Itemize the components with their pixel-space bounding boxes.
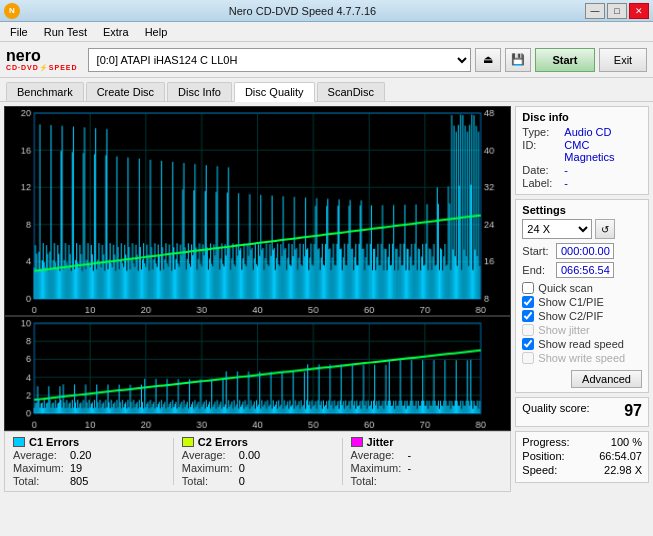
advanced-button[interactable]: Advanced [571, 370, 642, 388]
progress-value: 100 % [611, 436, 642, 448]
speed-select[interactable]: 24 X [522, 219, 592, 239]
c1-legend: C1 Errors Average: 0.20 Maximum: 19 Tota… [13, 436, 165, 487]
menu-item-run test[interactable]: Run Test [38, 24, 93, 40]
c1-legend-title: C1 Errors [13, 436, 165, 448]
nero-logo-subtitle: CD·DVD⚡SPEED [6, 64, 78, 71]
show-write-speed-label: Show write speed [538, 352, 625, 364]
disc-id-row: ID: CMC Magnetics [522, 139, 642, 163]
main-content: C1 Errors Average: 0.20 Maximum: 19 Tota… [0, 102, 653, 532]
show-c2-checkbox-row: Show C2/PIF [522, 310, 642, 322]
drive-select[interactable]: [0:0] ATAPI iHAS124 C LL0H [88, 48, 471, 72]
c2-total-row: Total: 0 [182, 475, 334, 487]
show-read-speed-checkbox-row: Show read speed [522, 338, 642, 350]
show-read-speed-label: Show read speed [538, 338, 624, 350]
menu-item-help[interactable]: Help [139, 24, 174, 40]
show-c1-label: Show C1/PIE [538, 296, 603, 308]
speed-row-progress: Speed: 22.98 X [522, 464, 642, 476]
show-jitter-label: Show jitter [538, 324, 589, 336]
start-time-row: Start: 000:00.00 [522, 243, 642, 259]
maximize-button[interactable]: □ [607, 3, 627, 19]
disc-label-row: Label: - [522, 177, 642, 189]
position-label: Position: [522, 450, 564, 462]
disc-date-row: Date: - [522, 164, 642, 176]
menu-bar: FileRun TestExtraHelp [0, 22, 653, 42]
window-title: Nero CD-DVD Speed 4.7.7.16 [20, 5, 585, 17]
progress-row: Progress: 100 % [522, 436, 642, 448]
jitter-max-row: Maximum: - [351, 462, 503, 474]
drive-icon-button[interactable]: ⏏ [475, 48, 501, 72]
legend-sep-2 [342, 438, 343, 485]
disc-info-section: Disc info Type: Audio CD ID: CMC Magneti… [515, 106, 649, 195]
settings-section: Settings 24 X ↺ Start: 000:00.00 End: 06… [515, 199, 649, 393]
nero-logo: nero CD·DVD⚡SPEED [6, 48, 78, 71]
charts-area: C1 Errors Average: 0.20 Maximum: 19 Tota… [4, 106, 511, 528]
show-c2-label: Show C2/PIF [538, 310, 603, 322]
show-write-speed-checkbox-row: Show write speed [522, 352, 642, 364]
end-time-row: End: 066:56.54 [522, 262, 642, 278]
exit-button[interactable]: Exit [599, 48, 647, 72]
save-button[interactable]: 💾 [505, 48, 531, 72]
disc-type-row: Type: Audio CD [522, 126, 642, 138]
c1-total-row: Total: 805 [13, 475, 165, 487]
c2-color-box [182, 437, 194, 447]
tab-benchmark[interactable]: Benchmark [6, 82, 84, 101]
menu-item-extra[interactable]: Extra [97, 24, 135, 40]
show-c2-checkbox[interactable] [522, 310, 534, 322]
legend: C1 Errors Average: 0.20 Maximum: 19 Tota… [4, 431, 511, 492]
close-button[interactable]: ✕ [629, 3, 649, 19]
progress-label: Progress: [522, 436, 569, 448]
legend-sep-1 [173, 438, 174, 485]
tab-disc-quality[interactable]: Disc Quality [234, 82, 315, 102]
show-jitter-checkbox-row: Show jitter [522, 324, 642, 336]
quick-scan-label: Quick scan [538, 282, 592, 294]
show-c1-checkbox-row: Show C1/PIE [522, 296, 642, 308]
c1-max-row: Maximum: 19 [13, 462, 165, 474]
title-bar: N Nero CD-DVD Speed 4.7.7.16 — □ ✕ [0, 0, 653, 22]
show-write-speed-checkbox[interactable] [522, 352, 534, 364]
refresh-button[interactable]: ↺ [595, 219, 615, 239]
quality-label: Quality score: [522, 402, 589, 420]
position-row: Position: 66:54.07 [522, 450, 642, 462]
end-time-value: 066:56.54 [556, 262, 614, 278]
progress-section: Progress: 100 % Position: 66:54.07 Speed… [515, 431, 649, 483]
c1-average-row: Average: 0.20 [13, 449, 165, 461]
upper-chart [4, 106, 511, 316]
start-time-value: 000:00.00 [556, 243, 614, 259]
c2-legend: C2 Errors Average: 0.00 Maximum: 0 Total… [182, 436, 334, 487]
start-button[interactable]: Start [535, 48, 595, 72]
quality-score: 97 [624, 402, 642, 420]
jitter-legend: Jitter Average: - Maximum: - Total: [351, 436, 503, 487]
c1-color-box [13, 437, 25, 447]
show-read-speed-checkbox[interactable] [522, 338, 534, 350]
jitter-color-box [351, 437, 363, 447]
speed-label: Speed: [522, 464, 557, 476]
quick-scan-checkbox[interactable] [522, 282, 534, 294]
nero-logo-text: nero [6, 48, 78, 64]
c2-legend-title: C2 Errors [182, 436, 334, 448]
jitter-legend-title: Jitter [351, 436, 503, 448]
c2-average-row: Average: 0.00 [182, 449, 334, 461]
show-c1-checkbox[interactable] [522, 296, 534, 308]
quick-scan-checkbox-row: Quick scan [522, 282, 642, 294]
toolbar: nero CD·DVD⚡SPEED [0:0] ATAPI iHAS124 C … [0, 42, 653, 78]
settings-title: Settings [522, 204, 642, 216]
window-controls: — □ ✕ [585, 3, 649, 19]
minimize-button[interactable]: — [585, 3, 605, 19]
quality-section: Quality score: 97 [515, 397, 649, 427]
tab-disc-info[interactable]: Disc Info [167, 82, 232, 101]
jitter-average-row: Average: - [351, 449, 503, 461]
show-jitter-checkbox[interactable] [522, 324, 534, 336]
menu-item-file[interactable]: File [4, 24, 34, 40]
position-value: 66:54.07 [599, 450, 642, 462]
quality-row: Quality score: 97 [522, 402, 642, 420]
app-icon: N [4, 3, 20, 19]
speed-row: 24 X ↺ [522, 219, 642, 239]
lower-chart [4, 316, 511, 431]
tabs: BenchmarkCreate DiscDisc InfoDisc Qualit… [0, 78, 653, 102]
tab-scandisc[interactable]: ScanDisc [317, 82, 385, 101]
c2-max-row: Maximum: 0 [182, 462, 334, 474]
disc-info-title: Disc info [522, 111, 642, 123]
tab-create-disc[interactable]: Create Disc [86, 82, 165, 101]
jitter-total-row: Total: [351, 475, 503, 487]
speed-value: 22.98 X [604, 464, 642, 476]
